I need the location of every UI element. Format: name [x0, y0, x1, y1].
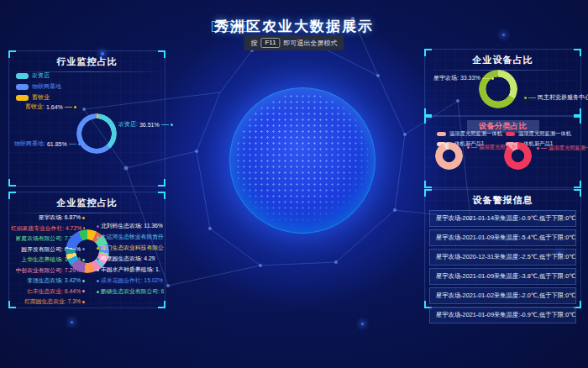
corner-bracket	[158, 192, 165, 199]
enterprise-labels-right: 北刘韩生态农场: 11.36%大运河生态牧业有限责任公隆门生态农业科技有限公鸣皇…	[97, 222, 164, 296]
leader-dot	[82, 217, 85, 219]
leader-dot	[82, 280, 85, 282]
enterprise-label: 丰园水产种质养殖场: 1.	[97, 265, 160, 274]
enterprise-label: 隆门生态农业科技有限公	[97, 244, 164, 252]
enterprise-label-text: 丰园水产种质养殖场: 1.	[101, 265, 160, 274]
device-callout: 星宇农场: 33.33%	[433, 74, 494, 82]
corner-bracket	[424, 181, 432, 188]
alarm-list-item: 星宇农场-2021-01-02采集温度:-2.0℃,低于下限:0℃	[429, 287, 576, 304]
corner-bracket	[424, 49, 432, 56]
legend-item[interactable]: 农资店	[16, 71, 61, 80]
corner-bracket	[424, 189, 432, 197]
leader-dot	[97, 247, 99, 250]
corner-bracket	[8, 179, 16, 187]
leader-line	[69, 144, 76, 145]
panel-device-ratio: 企业设备占比 星宇农场: 33.33% 民主村党群服务中心:	[424, 49, 581, 116]
legend-item[interactable]: 温湿度光照监测一体机	[506, 130, 571, 138]
callout-name: 农资店:	[118, 120, 138, 129]
enterprise-label-text: 红娟果蔬专业合作社: 4.72%	[11, 224, 81, 233]
enterprise-label-text: 大运河生态牧业有限责任公	[101, 233, 164, 241]
tooltip-suffix: 即可退出全屏模式	[284, 39, 338, 48]
corner-bracket	[574, 108, 581, 116]
leader-dot	[171, 124, 173, 126]
legend-swatch-icon	[506, 132, 515, 136]
leader-dot	[97, 291, 99, 293]
panel-title: 设备警报信息	[425, 194, 580, 207]
chart-callout-label: 物联网基地: 61.85%	[14, 139, 81, 148]
legend-swatch-icon	[437, 132, 446, 136]
enterprise-label: 星宇农场: 6.87%	[39, 213, 85, 222]
legend-label: 温湿度光照监测一体机	[449, 130, 502, 138]
panel-title: 企业监控占比	[9, 197, 165, 209]
alarm-list-item: 星宇农场-2021-01-09采集温度:-0.9℃,低于下限:0℃	[429, 307, 576, 323]
legend-label: 畜牧业	[32, 93, 50, 102]
legend-item[interactable]: 物联网基地	[16, 82, 61, 91]
callout-value: 1.64%	[46, 104, 63, 110]
leader-dot	[82, 301, 85, 303]
leader-line	[65, 107, 72, 108]
enterprise-label-text: 鹏硕生态农业有限公司: 6.87	[101, 287, 164, 296]
legend-item[interactable]: 畜牧业	[16, 93, 61, 102]
corner-bracket	[424, 116, 432, 124]
corner-bracket	[158, 301, 165, 308]
corner-bracket	[574, 116, 581, 124]
chart-callout-label: 农资店: 36.51%	[118, 120, 173, 129]
industry-legend: 农资店物联网基地畜牧业	[16, 71, 61, 102]
legend-label: 物联网基地	[32, 82, 61, 91]
bg-glow-dot	[361, 323, 364, 325]
legend-item[interactable]: 温湿度光照监测一体机	[437, 130, 502, 138]
category-donut-left[interactable]	[435, 142, 463, 170]
industry-donut-chart[interactable]	[76, 113, 117, 154]
panel-device-category: 设备分类占比 温湿度光照监测一体机一体机新产品1 温湿度光照监测一体机一体机新产…	[424, 116, 581, 188]
tooltip-prefix: 按	[250, 39, 257, 48]
corner-bracket	[574, 181, 581, 188]
panel-title: 行业监控占比	[9, 55, 165, 68]
fullscreen-exit-tooltip: 按 F11 即可退出全屏模式	[244, 35, 344, 50]
enterprise-label-text: 成单花园合作社: 15.02%	[101, 276, 163, 285]
panel-title: 企业设备占比	[425, 54, 580, 66]
alarm-list: 星宇农场-2021-01-14采集温度:-0.9℃,低于下限:0℃星宇农场-20…	[429, 210, 576, 323]
enterprise-label-text: 李强生态农场: 3.42%	[27, 276, 81, 285]
panel-industry-monitor: 行业监控占比 农资店物联网基地畜牧业 畜牧业: 1.64%农资店: 36.51%…	[8, 50, 165, 187]
leader-dot	[97, 269, 99, 271]
leader-dot	[97, 280, 99, 282]
enterprise-label: 红南园生态农业: 7.3%	[24, 297, 85, 306]
corner-bracket	[574, 49, 581, 56]
alarm-list-item: 星宇农场-2021-01-09采集温度:-3.8℃,低于下限:0℃	[429, 268, 576, 285]
corner-bracket	[158, 50, 165, 58]
enterprise-label-text: 红南园生态农业: 7.3%	[24, 297, 81, 306]
device-callout: 民主村党群服务中心:	[524, 93, 588, 102]
leader-line	[161, 124, 169, 125]
callout-value: 61.85%	[47, 141, 67, 147]
bg-glow-dot	[71, 321, 73, 323]
alarm-list-item: 星宇农场-2021-01-14采集温度:-0.9℃,低于下限:0℃	[429, 210, 576, 227]
alarm-list-item: 星宇农场-2020-12-31采集温度:-2.5℃,低于下限:0℃	[429, 249, 576, 265]
category-pointer-label: 温湿度光照监测一	[467, 144, 521, 151]
enterprise-label: 鹏硕生态农业有限公司: 6.87	[97, 287, 164, 296]
enterprise-label: 仁丰生态农业: 6.44%	[27, 287, 85, 296]
panel-enterprise-monitor: 企业监控占比 星宇农场: 6.87%红娟果蔬专业合作社: 4.72%家庭农场有限…	[8, 192, 165, 308]
dashboard-stage: 秀洲区农业大数据展示 按 F11 即可退出全屏模式 行业监控占比 农资店物联网基…	[0, 0, 588, 368]
chart-callout-label: 畜牧业: 1.64%	[25, 103, 76, 111]
callout-value: 36.51%	[139, 122, 160, 128]
page-title: 秀洲区农业大数据展示	[0, 17, 588, 36]
enterprise-label: 鸣皇园生态农场: 4.29	[97, 255, 155, 263]
leader-dot	[97, 236, 99, 239]
globe-visualization	[229, 87, 375, 234]
callout-name: 畜牧业:	[25, 103, 45, 111]
alarm-list-item: 星宇农场-2021-01-09采集温度:-5.4℃,低于下限:0℃	[429, 229, 576, 246]
panel-device-alarms: 设备警报信息 星宇农场-2021-01-14采集温度:-0.9℃,低于下限:0℃…	[424, 189, 581, 308]
enterprise-label: 北刘韩生态农场: 11.36%	[97, 222, 163, 230]
corner-bracket	[8, 50, 16, 58]
leader-dot	[97, 225, 99, 228]
legend-swatch-icon	[16, 95, 29, 101]
category-pointer-label: 温湿度光照监测一	[537, 145, 588, 152]
corner-bracket	[574, 189, 581, 197]
legend-label: 温湿度光照监测一体机	[518, 130, 571, 138]
enterprise-label: 成单花园合作社: 15.02%	[97, 276, 163, 285]
enterprise-label-text: 中创农业有限公司: 7.29%	[16, 266, 81, 275]
corner-bracket	[8, 192, 16, 199]
callout-name: 物联网基地:	[14, 139, 45, 148]
enterprise-label: 大运河生态牧业有限责任公	[97, 233, 164, 241]
legend-swatch-icon	[16, 84, 29, 90]
